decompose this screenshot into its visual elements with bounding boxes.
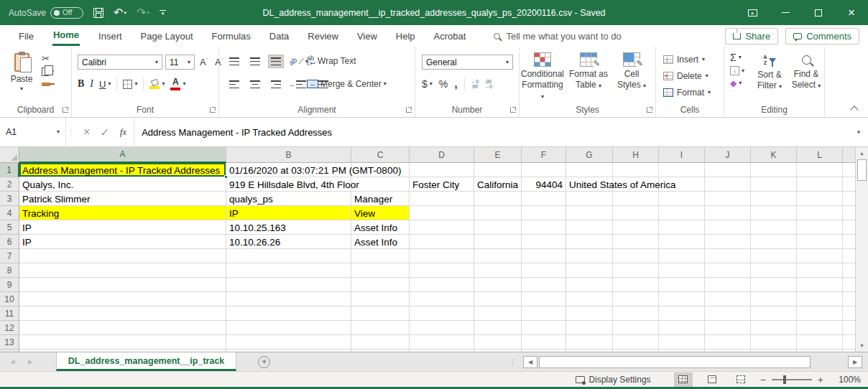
row-header-8[interactable]: 8 bbox=[0, 263, 19, 278]
cell-A2[interactable]: Qualys, Inc. bbox=[19, 177, 226, 192]
cell-L9[interactable] bbox=[797, 278, 843, 292]
cell-E10[interactable] bbox=[474, 292, 522, 306]
cell-K2[interactable] bbox=[751, 177, 797, 192]
cell-B9[interactable] bbox=[226, 278, 351, 292]
cell-D3[interactable] bbox=[410, 192, 474, 206]
tell-me-search[interactable]: Tell me what you want to do bbox=[494, 31, 621, 42]
row-header-5[interactable]: 5 bbox=[0, 220, 19, 235]
autosave-toggle[interactable]: AutoSave Off bbox=[9, 7, 83, 19]
cell-F9[interactable] bbox=[522, 278, 566, 292]
horizontal-scroll-thumb[interactable] bbox=[539, 356, 811, 368]
cell-K8[interactable] bbox=[751, 263, 797, 278]
row-header-2[interactable]: 2 bbox=[0, 177, 19, 192]
undo-caret-icon[interactable]: ▾ bbox=[124, 10, 126, 15]
cell-E8[interactable] bbox=[474, 263, 522, 278]
cell-G1[interactable] bbox=[566, 163, 613, 177]
cell-E11[interactable] bbox=[474, 306, 522, 321]
vertical-scroll-thumb[interactable] bbox=[857, 159, 867, 181]
italic-button[interactable]: I bbox=[90, 78, 93, 90]
display-settings-button[interactable]: Display Settings bbox=[576, 375, 651, 385]
comma-style-button[interactable]: , bbox=[454, 81, 457, 87]
cell-I6[interactable] bbox=[659, 235, 705, 249]
tab-formulas[interactable]: Formulas bbox=[203, 25, 260, 47]
tab-file[interactable]: File bbox=[9, 25, 43, 47]
cell-F13[interactable] bbox=[522, 335, 566, 350]
zoom-in-button[interactable]: + bbox=[818, 375, 823, 385]
insert-function-icon[interactable]: fx bbox=[120, 126, 126, 138]
cell-K10[interactable] bbox=[751, 292, 797, 306]
row-header-9[interactable]: 9 bbox=[0, 278, 19, 292]
cell-E3[interactable] bbox=[474, 192, 522, 206]
cell-C3[interactable]: Manager bbox=[351, 192, 410, 206]
minimize-button[interactable] bbox=[769, 0, 802, 25]
cell-I11[interactable] bbox=[659, 306, 705, 321]
cell-A4[interactable]: Tracking bbox=[19, 206, 226, 220]
column-header-H[interactable]: H bbox=[613, 147, 659, 163]
column-header-L[interactable]: L bbox=[797, 147, 843, 163]
autosum-caret-icon[interactable]: ▾ bbox=[739, 55, 742, 60]
cell-H6[interactable] bbox=[613, 235, 659, 249]
cell-L5[interactable] bbox=[797, 220, 843, 235]
cell-A9[interactable] bbox=[19, 278, 226, 292]
horizontal-scroll-track[interactable] bbox=[816, 356, 842, 368]
cell-J6[interactable] bbox=[705, 235, 751, 249]
cell-K13[interactable] bbox=[751, 335, 797, 350]
scroll-down-icon[interactable]: ▼ bbox=[856, 339, 868, 352]
cell-G4[interactable] bbox=[566, 206, 613, 220]
decrease-decimal-button[interactable]: .00→0 bbox=[485, 79, 492, 89]
sheet-tab-active[interactable]: DL_address_management__ip_track bbox=[56, 352, 236, 371]
cell-H12[interactable] bbox=[613, 321, 659, 335]
align-left-button[interactable] bbox=[226, 78, 242, 91]
cell-C8[interactable] bbox=[351, 263, 410, 278]
cell-J11[interactable] bbox=[705, 306, 751, 321]
cell-F11[interactable] bbox=[522, 306, 566, 321]
cell-I5[interactable] bbox=[659, 220, 705, 235]
ribbon-display-options-button[interactable]: ▴ bbox=[736, 0, 769, 25]
cell-H5[interactable] bbox=[613, 220, 659, 235]
styles-dialog-launcher-icon[interactable] bbox=[647, 107, 652, 113]
cell-E13[interactable] bbox=[474, 335, 522, 350]
cut-icon[interactable]: ✂ bbox=[42, 54, 54, 63]
cell-C2[interactable] bbox=[351, 177, 410, 192]
cell-L6[interactable] bbox=[797, 235, 843, 249]
cell-C10[interactable] bbox=[351, 292, 410, 306]
scroll-up-icon[interactable]: ▲ bbox=[856, 147, 868, 159]
cell-K5[interactable] bbox=[751, 220, 797, 235]
cell-K6[interactable] bbox=[751, 235, 797, 249]
fill-button[interactable]: ↓▾ bbox=[730, 66, 744, 75]
cell-styles-button[interactable]: ✎ CellStyles ▾ bbox=[610, 52, 653, 90]
column-header-D[interactable]: D bbox=[410, 147, 474, 163]
cell-H11[interactable] bbox=[613, 306, 659, 321]
cell-D1[interactable] bbox=[410, 163, 474, 177]
cell-G3[interactable] bbox=[566, 192, 613, 206]
cell-B13[interactable] bbox=[226, 335, 351, 350]
cell-G5[interactable] bbox=[566, 220, 613, 235]
insert-caret-icon[interactable]: ▾ bbox=[702, 57, 705, 62]
cell-J9[interactable] bbox=[705, 278, 751, 292]
cell-B3[interactable]: qualys_ps bbox=[226, 192, 351, 206]
font-dialog-launcher-icon[interactable] bbox=[210, 107, 216, 113]
cell-C13[interactable] bbox=[351, 335, 410, 350]
font-name-combo[interactable]: Calibri▾ bbox=[78, 55, 162, 70]
cell-A8[interactable] bbox=[19, 263, 226, 278]
share-button[interactable]: Share bbox=[725, 28, 778, 44]
name-box[interactable]: A1▾ bbox=[0, 118, 66, 146]
cell-D5[interactable] bbox=[410, 220, 474, 235]
cell-E12[interactable] bbox=[474, 321, 522, 335]
cs-caret-icon[interactable]: ▾ bbox=[643, 83, 646, 89]
new-sheet-button[interactable]: + bbox=[258, 356, 270, 368]
row-header-1[interactable]: 1 bbox=[0, 163, 19, 177]
align-right-button[interactable] bbox=[268, 78, 284, 91]
cell-I4[interactable] bbox=[659, 206, 705, 220]
merge-center-button[interactable]: ↔ Merge & Center ▾ bbox=[307, 79, 387, 89]
cell-B1[interactable]: 01/16/2020 at 03:07:21 PM (GMT-0800) bbox=[226, 163, 351, 177]
number-format-caret-icon[interactable]: ▾ bbox=[506, 60, 509, 65]
cell-H8[interactable] bbox=[613, 263, 659, 278]
font-size-combo[interactable]: 11▾ bbox=[165, 55, 195, 70]
cell-F4[interactable] bbox=[522, 206, 566, 220]
name-box-caret-icon[interactable]: ▾ bbox=[57, 129, 60, 135]
column-header-C[interactable]: C bbox=[351, 147, 410, 163]
cell-I7[interactable] bbox=[659, 249, 705, 263]
orientation-button[interactable]: ab⟋▾ bbox=[289, 57, 308, 66]
column-header-E[interactable]: E bbox=[474, 147, 522, 163]
